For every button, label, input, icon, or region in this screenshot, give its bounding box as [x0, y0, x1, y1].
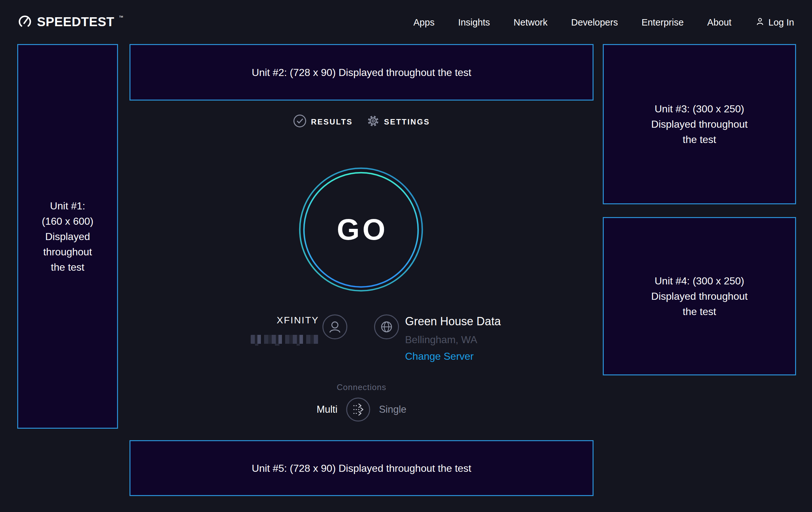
login-label: Log In — [768, 17, 794, 28]
nav-apps[interactable]: Apps — [413, 17, 434, 28]
go-button-label: GO — [299, 167, 423, 292]
user-icon — [755, 16, 765, 29]
ad-unit-3-text: Unit #3: (300 x 250) Displayed throughou… — [651, 101, 748, 147]
speedometer-icon — [17, 14, 32, 31]
connections-multi-option[interactable]: Multi — [317, 404, 338, 415]
login-button[interactable]: Log In — [755, 16, 794, 29]
server-location: Bellingham, WA — [405, 334, 477, 346]
tab-settings[interactable]: SETTINGS — [367, 115, 430, 129]
brand-wordmark: SPEEDTEST — [37, 14, 114, 29]
trademark-symbol: ™ — [119, 15, 123, 20]
speedtest-logo[interactable]: SPEEDTEST ™ — [17, 14, 123, 31]
ad-unit-3-rectangle: Unit #3: (300 x 250) Displayed throughou… — [603, 44, 796, 204]
nav-about[interactable]: About — [707, 17, 732, 28]
top-nav-bar: SPEEDTEST ™ Apps Insights Network Develo… — [0, 0, 812, 45]
connections-toggle-button[interactable] — [346, 397, 371, 422]
server-globe-icon — [374, 314, 399, 340]
multi-arrows-icon — [346, 418, 371, 423]
nav-enterprise[interactable]: Enterprise — [641, 17, 684, 28]
redacted-ip-fragment — [297, 344, 300, 346]
redacted-ip-fragment — [255, 344, 258, 346]
ad-unit-5-banner: Unit #5: (728 x 90) Displayed throughout… — [129, 440, 593, 496]
connections-toggle-row: Multi Single — [129, 397, 593, 422]
ad-unit-2-text: Unit #2: (728 x 90) Displayed throughout… — [252, 65, 471, 80]
redacted-ip-address — [251, 335, 318, 344]
nav-network[interactable]: Network — [514, 17, 547, 28]
ad-unit-1-text: Unit #1: (160 x 600) Displayed throughou… — [42, 198, 93, 275]
redacted-ip-fragment — [275, 344, 280, 346]
ad-unit-4-text: Unit #4: (300 x 250) Displayed throughou… — [651, 273, 748, 319]
change-server-link[interactable]: Change Server — [405, 350, 474, 362]
isp-name: XFINITY — [204, 315, 319, 326]
speedtest-page: SPEEDTEST ™ Apps Insights Network Develo… — [0, 0, 812, 512]
isp-user-icon — [322, 314, 348, 340]
tab-bar: RESULTS SETTINGS — [129, 114, 593, 130]
ad-unit-4-rectangle: Unit #4: (300 x 250) Displayed throughou… — [603, 217, 796, 375]
tab-results[interactable]: RESULTS — [293, 114, 353, 130]
server-name: Green House Data — [405, 315, 501, 328]
nav-insights[interactable]: Insights — [458, 17, 490, 28]
main-nav: Apps Insights Network Developers Enterpr… — [413, 16, 794, 29]
tab-results-label: RESULTS — [311, 117, 353, 127]
tab-settings-label: SETTINGS — [384, 117, 430, 127]
ad-unit-2-banner: Unit #2: (728 x 90) Displayed throughout… — [129, 44, 593, 101]
connections-single-option[interactable]: Single — [379, 404, 406, 415]
connections-label: Connections — [129, 382, 593, 392]
check-circle-icon — [293, 114, 307, 130]
gear-icon — [367, 115, 379, 129]
ad-unit-5-text: Unit #5: (728 x 90) Displayed throughout… — [252, 461, 471, 476]
ad-unit-1-skyscraper: Unit #1: (160 x 600) Displayed throughou… — [17, 44, 118, 429]
go-button[interactable]: GO — [299, 167, 423, 292]
nav-developers[interactable]: Developers — [571, 17, 618, 28]
